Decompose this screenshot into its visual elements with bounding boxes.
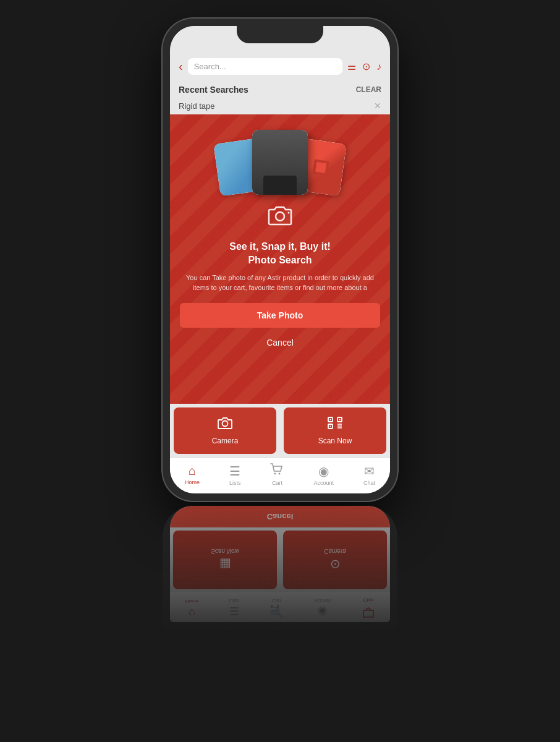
mic-icon[interactable]: ♪ [376,61,381,72]
nav-home[interactable]: ⌂ Home [185,464,200,485]
modal-heading-line1: See it, Snap it, Buy it! [229,241,331,252]
nav-account-label: Account [313,480,334,486]
svg-point-4 [223,421,228,427]
svg-rect-1 [315,161,326,173]
reflection-actions: ▦ Scan Now ⊙ Camera [170,527,390,592]
modal-description: You can Take photo of any Astir product … [180,273,380,293]
remove-recent-icon[interactable]: ✕ [374,101,381,111]
modal-camera-icon [266,205,294,232]
nav-home-label: Home [185,479,200,485]
recent-search-label: Rigid tape [179,101,215,111]
back-button[interactable]: ‹ [179,59,183,74]
nav-chat-label: Chat [363,480,375,486]
take-photo-button[interactable]: Take Photo [180,303,380,328]
search-input[interactable]: Search... [188,58,342,75]
refl-home-label: Home [185,599,198,604]
svg-point-2 [276,212,284,221]
bottom-navigation: ⌂ Home ☰ Lists Cart ◉ Account [170,458,390,493]
nav-lists[interactable]: ☰ Lists [229,464,241,486]
svg-point-3 [288,212,290,214]
camera-action-icon [217,416,233,433]
refl-scan-label: Scan Now [211,548,239,555]
quick-actions-bar: Camera Scan Now [170,404,390,458]
recent-searches-header: Recent Searches CLEAR [170,80,390,97]
modal-heading-line2: Photo Search [248,255,312,265]
recent-searches-title: Recent Searches [179,85,248,95]
svg-point-15 [279,473,281,475]
scan-action-icon [327,416,343,433]
svg-rect-8 [330,419,331,420]
nav-cart-label: Cart [272,480,282,486]
reflection-cancel: Cancel [170,506,390,527]
nav-lists-label: Lists [229,480,241,486]
scan-action-label: Scan Now [318,437,352,445]
phone-reflection: ⌂ Home ☰ Lists 🛒 Cart ◉ Account [163,506,397,629]
modal-heading: See it, Snap it, Buy it! Photo Search [229,240,331,268]
barcode-scan-icon[interactable]: ⚌ [347,61,356,72]
refl-chat-label: Chat [363,597,374,603]
account-icon: ◉ [318,464,329,479]
svg-point-14 [274,473,276,475]
camera-search-icon[interactable]: ⊙ [362,61,370,72]
refl-cart-label: Cart [272,598,281,603]
reflection-nav: ⌂ Home ☰ Lists 🛒 Cart ◉ Account [170,592,390,622]
recent-search-item[interactable]: Rigid tape ✕ [170,97,390,114]
scan-quick-action[interactable]: Scan Now [284,407,386,454]
svg-rect-9 [339,419,341,420]
cart-icon [270,463,284,479]
svg-rect-10 [330,426,331,427]
lists-icon: ☰ [229,464,240,479]
refl-camera-label: Camera [324,548,346,555]
search-icon-group: ⚌ ⊙ ♪ [347,61,381,72]
nav-chat[interactable]: ✉ Chat [363,464,375,486]
cancel-button[interactable]: Cancel [261,333,299,352]
home-icon: ⌂ [189,464,196,478]
search-bar: ‹ Search... ⚌ ⊙ ♪ [170,53,390,80]
refl-account-label: Account [314,598,332,603]
photo-search-modal: See it, Snap it, Buy it! Photo Search Yo… [170,114,390,404]
chat-icon: ✉ [364,464,375,479]
phone-notch [237,26,323,43]
camera-quick-action[interactable]: Camera [174,407,276,454]
refl-cancel-label: Cancel [267,512,294,521]
clear-button[interactable]: CLEAR [356,85,381,94]
nav-cart[interactable]: Cart [270,463,284,486]
product-images-display [208,127,352,195]
nav-account[interactable]: ◉ Account [313,464,334,486]
phone-device: ‹ Search... ⚌ ⊙ ♪ Recent Searches CLEAR … [163,19,397,501]
camera-action-label: Camera [212,437,239,445]
product-card-boot [252,130,308,195]
refl-lists-label: Lists [229,598,239,603]
search-placeholder: Search... [194,62,226,71]
